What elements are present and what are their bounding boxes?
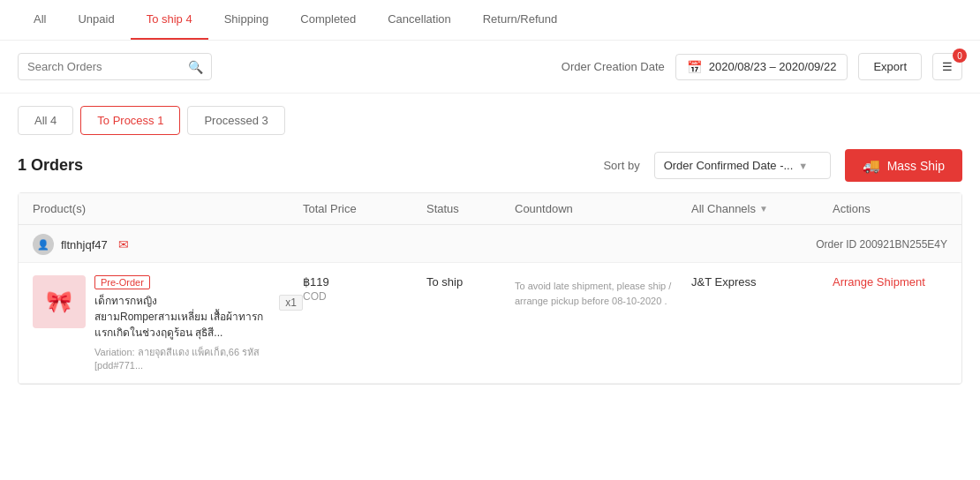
col-countdown: Countdown [515,202,691,215]
status-text: To ship [426,275,515,289]
chevron-down-icon: ▼ [798,161,808,171]
arrange-shipment-link[interactable]: Arrange Shipment [833,275,925,289]
date-range-value: 2020/08/23 – 2020/09/22 [709,60,837,73]
date-label: Order Creation Date [562,60,665,73]
search-icon: 🔍 [188,60,203,74]
filter-right: Order Creation Date 📅 2020/08/23 – 2020/… [562,53,962,80]
sub-tabs: All 4 To Process 1 Processed 3 [0,94,980,135]
calendar-icon: 📅 [687,60,702,74]
order-user-bar: 👤 fltnhjqf47 ✉ Order ID 200921BN255E4Y [19,225,961,263]
price-col: ฿119 COD [303,275,426,303]
status-note: To avoid late shipment, please ship / ar… [515,279,691,308]
orders-count-title: 1 Orders [18,156,83,175]
tab-completed[interactable]: Completed [284,0,372,40]
order-id: Order ID 200921BN255E4Y [816,238,947,251]
sort-select[interactable]: Order Confirmed Date -... ▼ [654,152,831,179]
col-total-price: Total Price [303,202,426,215]
avatar: 👤 [33,234,54,255]
product-row: 🎀 Pre-Order เด็กทารกหญิง สยามRomperสามเห… [19,263,961,383]
countdown-col: To avoid late shipment, please ship / ar… [515,275,691,308]
orders-header: 1 Orders Sort by Order Confirmed Date -.… [0,135,980,192]
price-value: ฿119 [303,275,426,289]
tab-all[interactable]: All [18,0,62,40]
hamburger-icon: ☰ [942,60,953,73]
product-thumbnail: 🎀 [33,275,86,328]
status-col: To ship [426,275,515,289]
product-name: เด็กทารกหญิง สยามRomperสามเหลี่ยม เสื้อผ… [94,293,272,341]
product-quantity: x1 [279,295,303,311]
tab-to-ship[interactable]: To ship 4 [131,0,208,40]
col-channels[interactable]: All Channels ▼ [691,202,833,215]
col-products: Product(s) [33,202,303,215]
sub-tab-all[interactable]: All 4 [18,106,73,135]
table-row: 👤 fltnhjqf47 ✉ Order ID 200921BN255E4Y 🎀… [19,225,961,384]
col-status: Status [426,202,515,215]
notification-badge: 0 [953,49,967,63]
search-input[interactable] [18,53,212,80]
date-range-picker[interactable]: 📅 2020/08/23 – 2020/09/22 [675,54,848,80]
col-actions: Actions [833,202,947,215]
tab-cancellation[interactable]: Cancellation [372,0,467,40]
channel-col: J&T Express [691,275,833,289]
product-variation: Variation: ลายจุดสีแดง แพ็คเก็ต,66 รหัส … [94,344,272,371]
sort-by-label: Sort by [603,159,639,172]
mass-ship-label: Mass Ship [887,159,945,173]
product-info: 🎀 Pre-Order เด็กทารกหญิง สยามRomperสามเห… [33,275,272,371]
pre-order-badge: Pre-Order [94,275,150,289]
channels-label: All Channels [691,202,756,215]
sub-tab-processed[interactable]: Processed 3 [187,106,284,135]
search-bar: 🔍 Order Creation Date 📅 2020/08/23 – 202… [0,41,980,94]
product-thumb-emoji: 🎀 [46,289,72,314]
product-qty-wrap: 🎀 Pre-Order เด็กทารกหญิง สยามRomperสามเห… [33,275,303,371]
actions-col: Arrange Shipment [833,275,947,289]
tab-shipping[interactable]: Shipping [208,0,285,40]
orders-table: Product(s) Total Price Status Countdown … [18,192,962,385]
product-details: Pre-Order เด็กทารกหญิง สยามRomperสามเหลี… [94,275,272,371]
menu-button[interactable]: ☰ 0 [932,53,962,80]
message-icon[interactable]: ✉ [118,237,129,251]
avatar-icon: 👤 [37,239,49,251]
payment-method: COD [303,290,426,303]
mass-ship-button[interactable]: 🚚 Mass Ship [845,149,962,182]
sort-value: Order Confirmed Date -... [664,159,794,172]
channels-chevron-icon: ▼ [759,204,768,214]
sub-tab-to-process[interactable]: To Process 1 [80,106,180,135]
table-header: Product(s) Total Price Status Countdown … [19,193,961,225]
export-button[interactable]: Export [858,53,922,80]
username: fltnhjqf47 [61,238,108,251]
search-input-wrap: 🔍 [18,53,212,80]
tab-return-refund[interactable]: Return/Refund [467,0,574,40]
tab-unpaid[interactable]: Unpaid [62,0,130,40]
ship-icon: 🚚 [863,157,880,174]
user-info: 👤 fltnhjqf47 ✉ [33,234,129,255]
top-tabs: All Unpaid To ship 4 Shipping Completed … [0,0,980,41]
